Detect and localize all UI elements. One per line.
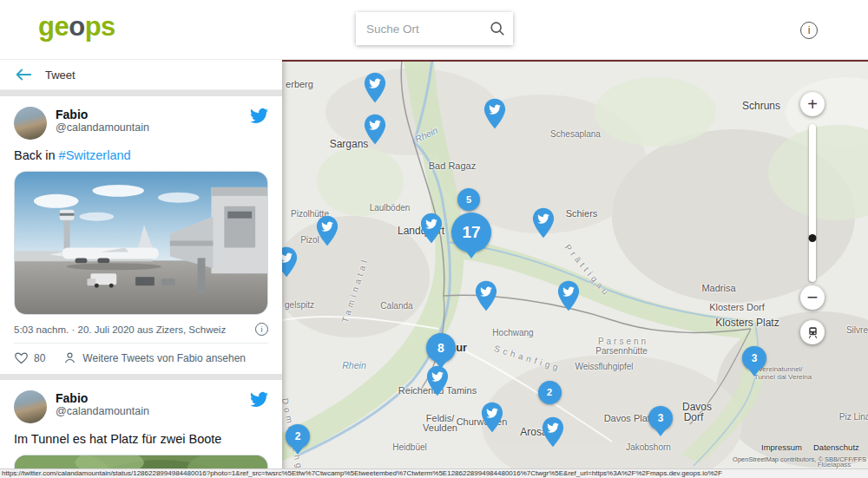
- map-label: Tunnel dal Vereina: [754, 373, 812, 381]
- tweet-cluster-marker[interactable]: 17: [451, 213, 491, 252]
- map-label: erberg: [286, 79, 313, 89]
- airport-photo-graphic: [15, 172, 267, 314]
- tweet-pin-marker[interactable]: [532, 207, 555, 239]
- impressum-link[interactable]: Impressum: [761, 442, 802, 452]
- tweet-pin-marker[interactable]: [282, 246, 298, 278]
- more-tweets-link[interactable]: Weitere Tweets von Fabio ansehen: [82, 352, 246, 364]
- screen: geops i Tweet Fabio: [0, 0, 868, 478]
- avatar[interactable]: [14, 390, 47, 423]
- logo-text-ge: ge: [38, 11, 69, 42]
- tweet-pin-marker[interactable]: [483, 98, 506, 129]
- tweet-actions: 80 Weitere Tweets von Fabio ansehen: [14, 350, 268, 367]
- zoom-slider[interactable]: [809, 124, 816, 282]
- tweet-info-icon[interactable]: i: [255, 323, 268, 336]
- tweet-cluster-marker[interactable]: 2: [538, 381, 562, 404]
- map-label: Rhein: [413, 125, 439, 144]
- twitter-icon[interactable]: [250, 390, 268, 409]
- map[interactable]: erbergSargansRheinBad RagazSchesaplanaSc…: [282, 60, 868, 478]
- map-label: Jakobshorn: [626, 442, 671, 452]
- map-overlays: erbergSargansRheinBad RagazSchesaplanaSc…: [282, 60, 868, 478]
- tweet-author[interactable]: Fabio: [56, 391, 241, 405]
- tweet-pin-marker[interactable]: [557, 280, 580, 311]
- avatar[interactable]: [14, 107, 47, 140]
- map-label: Schanfigg: [493, 344, 562, 373]
- map-label: Silvretta: [846, 325, 868, 335]
- map-label: Parsenn: [598, 337, 648, 346]
- panel-title: Tweet: [45, 69, 76, 82]
- tweet-author[interactable]: Fabio: [56, 108, 241, 121]
- map-label: Rhein: [342, 360, 365, 370]
- logo-text-ps: ps: [85, 11, 115, 42]
- map-label: Bad Ragaz: [429, 160, 476, 171]
- map-label: Klosters Platz: [715, 317, 779, 329]
- tweet-list: Fabio @calandamountain Back in #Switzerl…: [0, 90, 282, 478]
- header: geops i: [0, 0, 868, 60]
- cluster-count: 3: [752, 352, 758, 364]
- sidebar: Tweet Fabio @calandamountain Back in #Sw…: [0, 60, 282, 478]
- tweet-cluster-marker[interactable]: 3: [742, 346, 766, 370]
- like-icon[interactable]: [14, 350, 29, 365]
- zoom-out-button[interactable]: −: [800, 285, 825, 310]
- browser-status-url: https://twitter.com/calandamountain/stat…: [0, 468, 868, 478]
- tweet-pin-marker[interactable]: [364, 72, 386, 103]
- zoom-slider-thumb[interactable]: [809, 234, 817, 242]
- divider: [14, 343, 268, 344]
- cluster-count: 2: [547, 387, 552, 397]
- tweet-timestamp[interactable]: 5:03 nachm. · 20. Juli 2020 aus Zizers, …: [14, 324, 226, 335]
- search-input[interactable]: [366, 23, 489, 36]
- tweet-header: Fabio @calandamountain: [14, 390, 268, 423]
- like-count: 80: [34, 352, 45, 364]
- map-label: Sargans: [330, 138, 369, 150]
- tweet-pin-marker[interactable]: [364, 114, 386, 145]
- tweet-names: Fabio @calandamountain: [56, 107, 241, 134]
- map-label: Schruns: [742, 100, 780, 112]
- geops-logo[interactable]: geops: [38, 11, 115, 43]
- cluster-count: 2: [295, 430, 301, 442]
- tweet-text: Im Tunnel es hat Platz für zwei Boote: [14, 432, 268, 446]
- map-label: Davos Platz: [604, 413, 655, 423]
- cluster-count: 8: [437, 341, 444, 355]
- back-icon[interactable]: [14, 67, 33, 82]
- map-label: Heidbüel: [392, 442, 426, 452]
- twitter-icon[interactable]: [250, 107, 268, 125]
- hashtag-link[interactable]: #Switzerland: [59, 148, 131, 162]
- tweet-pin-marker[interactable]: [475, 280, 497, 311]
- tweet-photo[interactable]: [14, 171, 268, 315]
- info-icon[interactable]: i: [800, 22, 818, 39]
- panel-header: Tweet: [0, 60, 282, 90]
- tweet-pin-marker[interactable]: [542, 416, 564, 448]
- tweet-pin-marker[interactable]: [481, 402, 503, 433]
- tweet-handle[interactable]: @calandamountain: [56, 405, 241, 417]
- map-label: Schesaplana: [550, 129, 601, 139]
- cluster-count: 5: [466, 194, 471, 205]
- tweet-card[interactable]: Fabio @calandamountain Im Tunnel es hat …: [0, 380, 282, 478]
- datenschutz-link[interactable]: Datenschutz: [813, 442, 859, 452]
- search-box: [356, 12, 513, 45]
- tweet-cluster-marker[interactable]: 5: [457, 188, 480, 211]
- tweet-handle[interactable]: @calandamountain: [56, 121, 241, 134]
- tweet-pin-marker[interactable]: [420, 213, 443, 244]
- profile-icon[interactable]: [62, 350, 77, 365]
- tweet-pin-marker[interactable]: [316, 215, 339, 246]
- tweet-names: Fabio @calandamountain: [56, 390, 241, 417]
- train-layer-button[interactable]: [800, 320, 825, 344]
- map-label: Schiers: [566, 208, 598, 219]
- tweet-cluster-marker[interactable]: 8: [426, 333, 456, 363]
- tweet-cluster-marker[interactable]: 2: [286, 424, 310, 449]
- tweet-card[interactable]: Fabio @calandamountain Back in #Switzerl…: [0, 96, 282, 374]
- zoom-in-button[interactable]: +: [800, 92, 825, 116]
- map-label: Veulden: [423, 422, 457, 433]
- search-icon[interactable]: [489, 20, 506, 37]
- tweet-pin-marker[interactable]: [426, 365, 449, 396]
- tweet-text-plain: Back in: [14, 148, 59, 162]
- map-label: Parsennhütte: [595, 346, 648, 356]
- map-label: Piz Linard: [839, 412, 868, 422]
- map-label: Taminatal: [340, 256, 371, 324]
- map-label: Klosters Dorf: [709, 302, 765, 312]
- tweet-cluster-marker[interactable]: 3: [648, 406, 673, 430]
- tweet-text: Back in #Switzerland: [14, 148, 268, 162]
- train-icon: [806, 325, 820, 340]
- cluster-count: 3: [658, 412, 664, 424]
- map-label: Davos: [682, 401, 712, 413]
- map-label: Laulböden: [370, 203, 411, 213]
